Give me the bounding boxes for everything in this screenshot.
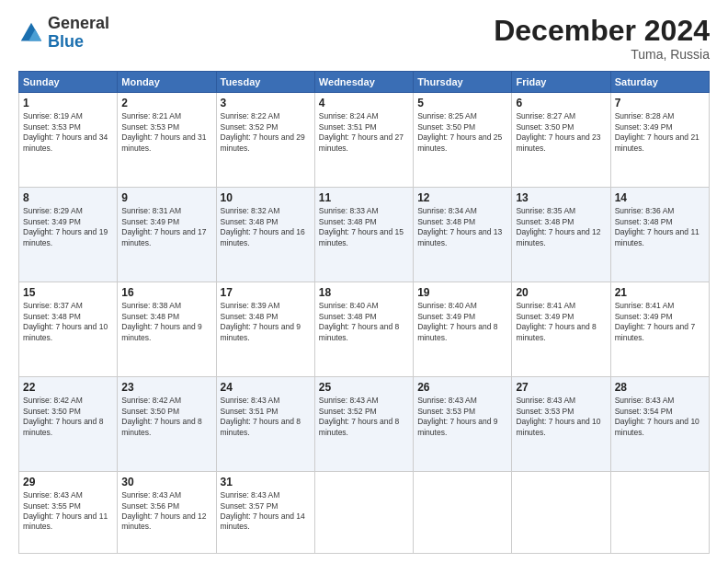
table-row: 26 Sunrise: 8:43 AM Sunset: 3:53 PM Dayl… <box>414 377 512 472</box>
day-number: 13 <box>516 191 606 204</box>
day-info: Sunrise: 8:29 AM Sunset: 3:49 PM Dayligh… <box>23 206 113 248</box>
day-number: 16 <box>121 286 211 299</box>
day-number: 14 <box>615 191 705 204</box>
col-tuesday: Tuesday <box>216 72 314 93</box>
day-info: Sunrise: 8:24 AM Sunset: 3:51 PM Dayligh… <box>319 111 409 154</box>
header-row: Sunday Monday Tuesday Wednesday Thursday… <box>19 72 710 93</box>
table-row: 23 Sunrise: 8:42 AM Sunset: 3:50 PM Dayl… <box>118 377 216 472</box>
day-info: Sunrise: 8:43 AM Sunset: 3:51 PM Dayligh… <box>221 396 311 438</box>
table-row: 20 Sunrise: 8:41 AM Sunset: 3:49 PM Dayl… <box>512 282 610 377</box>
calendar-week: 22 Sunrise: 8:42 AM Sunset: 3:50 PM Dayl… <box>19 377 710 472</box>
table-row: 7 Sunrise: 8:28 AM Sunset: 3:49 PM Dayli… <box>610 93 709 188</box>
table-row: 1 Sunrise: 8:19 AM Sunset: 3:53 PM Dayli… <box>19 93 118 188</box>
header: General Blue December 2024 Tuma, Russia <box>18 15 710 62</box>
day-number: 29 <box>23 476 113 488</box>
col-thursday: Thursday <box>414 72 512 93</box>
col-saturday: Saturday <box>610 72 709 93</box>
day-number: 18 <box>319 286 409 299</box>
empty-cell <box>414 472 512 554</box>
day-info: Sunrise: 8:39 AM Sunset: 3:48 PM Dayligh… <box>221 301 311 343</box>
table-row: 13 Sunrise: 8:35 AM Sunset: 3:48 PM Dayl… <box>512 188 610 282</box>
day-info: Sunrise: 8:34 AM Sunset: 3:48 PM Dayligh… <box>417 206 507 248</box>
calendar-week: 8 Sunrise: 8:29 AM Sunset: 3:49 PM Dayli… <box>19 188 710 282</box>
table-row: 29 Sunrise: 8:43 AM Sunset: 3:55 PM Dayl… <box>19 472 118 554</box>
month-title: December 2024 <box>494 15 710 47</box>
logo-text: General Blue <box>48 15 109 52</box>
day-number: 6 <box>516 97 606 109</box>
table-row: 17 Sunrise: 8:39 AM Sunset: 3:48 PM Dayl… <box>216 282 314 377</box>
day-number: 9 <box>121 191 211 204</box>
col-wednesday: Wednesday <box>314 72 413 93</box>
day-number: 2 <box>121 97 211 109</box>
table-row: 5 Sunrise: 8:25 AM Sunset: 3:50 PM Dayli… <box>414 93 512 188</box>
day-number: 23 <box>121 381 211 394</box>
logo: General Blue <box>18 15 109 52</box>
table-row: 12 Sunrise: 8:34 AM Sunset: 3:48 PM Dayl… <box>414 188 512 282</box>
day-number: 24 <box>221 381 311 394</box>
day-number: 5 <box>417 97 507 109</box>
day-number: 26 <box>417 381 507 394</box>
day-number: 8 <box>23 191 113 204</box>
day-number: 17 <box>221 286 311 299</box>
location: Tuma, Russia <box>494 47 710 62</box>
day-info: Sunrise: 8:35 AM Sunset: 3:48 PM Dayligh… <box>516 206 606 248</box>
day-number: 25 <box>319 381 409 394</box>
title-block: December 2024 Tuma, Russia <box>494 15 710 62</box>
table-row: 4 Sunrise: 8:24 AM Sunset: 3:51 PM Dayli… <box>314 93 413 188</box>
day-info: Sunrise: 8:43 AM Sunset: 3:53 PM Dayligh… <box>417 396 507 438</box>
day-number: 11 <box>319 191 409 204</box>
day-number: 20 <box>516 286 606 299</box>
calendar-week: 15 Sunrise: 8:37 AM Sunset: 3:48 PM Dayl… <box>19 282 710 377</box>
col-monday: Monday <box>118 72 216 93</box>
calendar-week: 1 Sunrise: 8:19 AM Sunset: 3:53 PM Dayli… <box>19 93 710 188</box>
day-info: Sunrise: 8:40 AM Sunset: 3:48 PM Dayligh… <box>319 301 409 343</box>
table-row: 2 Sunrise: 8:21 AM Sunset: 3:53 PM Dayli… <box>118 93 216 188</box>
day-info: Sunrise: 8:27 AM Sunset: 3:50 PM Dayligh… <box>516 111 606 154</box>
day-number: 15 <box>23 286 113 299</box>
day-info: Sunrise: 8:21 AM Sunset: 3:53 PM Dayligh… <box>121 111 211 154</box>
day-info: Sunrise: 8:28 AM Sunset: 3:49 PM Dayligh… <box>615 111 705 154</box>
col-sunday: Sunday <box>19 72 118 93</box>
table-row: 25 Sunrise: 8:43 AM Sunset: 3:52 PM Dayl… <box>314 377 413 472</box>
logo-icon <box>18 20 44 46</box>
day-number: 27 <box>516 381 606 394</box>
day-number: 31 <box>221 476 311 488</box>
day-info: Sunrise: 8:31 AM Sunset: 3:49 PM Dayligh… <box>121 206 211 248</box>
day-info: Sunrise: 8:43 AM Sunset: 3:55 PM Dayligh… <box>23 490 113 533</box>
day-number: 4 <box>319 97 409 109</box>
logo-blue: Blue <box>48 33 109 52</box>
day-info: Sunrise: 8:25 AM Sunset: 3:50 PM Dayligh… <box>417 111 507 154</box>
table-row: 18 Sunrise: 8:40 AM Sunset: 3:48 PM Dayl… <box>314 282 413 377</box>
page: General Blue December 2024 Tuma, Russia … <box>0 0 728 563</box>
day-info: Sunrise: 8:43 AM Sunset: 3:52 PM Dayligh… <box>319 396 409 438</box>
table-row: 11 Sunrise: 8:33 AM Sunset: 3:48 PM Dayl… <box>314 188 413 282</box>
day-number: 21 <box>615 286 705 299</box>
calendar-week: 29 Sunrise: 8:43 AM Sunset: 3:55 PM Dayl… <box>19 472 710 554</box>
day-number: 10 <box>221 191 311 204</box>
table-row: 16 Sunrise: 8:38 AM Sunset: 3:48 PM Dayl… <box>118 282 216 377</box>
empty-cell <box>314 472 413 554</box>
logo-general: General <box>48 15 109 33</box>
day-number: 22 <box>23 381 113 394</box>
table-row: 28 Sunrise: 8:43 AM Sunset: 3:54 PM Dayl… <box>610 377 709 472</box>
day-info: Sunrise: 8:33 AM Sunset: 3:48 PM Dayligh… <box>319 206 409 248</box>
day-number: 30 <box>121 476 211 488</box>
table-row: 10 Sunrise: 8:32 AM Sunset: 3:48 PM Dayl… <box>216 188 314 282</box>
table-row: 3 Sunrise: 8:22 AM Sunset: 3:52 PM Dayli… <box>216 93 314 188</box>
col-friday: Friday <box>512 72 610 93</box>
day-info: Sunrise: 8:41 AM Sunset: 3:49 PM Dayligh… <box>615 301 705 343</box>
table-row: 21 Sunrise: 8:41 AM Sunset: 3:49 PM Dayl… <box>610 282 709 377</box>
table-row: 24 Sunrise: 8:43 AM Sunset: 3:51 PM Dayl… <box>216 377 314 472</box>
table-row: 9 Sunrise: 8:31 AM Sunset: 3:49 PM Dayli… <box>118 188 216 282</box>
day-number: 1 <box>23 97 113 109</box>
day-number: 7 <box>615 97 705 109</box>
day-number: 12 <box>417 191 507 204</box>
day-info: Sunrise: 8:38 AM Sunset: 3:48 PM Dayligh… <box>121 301 211 343</box>
day-info: Sunrise: 8:36 AM Sunset: 3:48 PM Dayligh… <box>615 206 705 248</box>
day-info: Sunrise: 8:43 AM Sunset: 3:57 PM Dayligh… <box>221 490 311 533</box>
empty-cell <box>610 472 709 554</box>
day-info: Sunrise: 8:42 AM Sunset: 3:50 PM Dayligh… <box>121 396 211 438</box>
day-info: Sunrise: 8:40 AM Sunset: 3:49 PM Dayligh… <box>417 301 507 343</box>
table-row: 15 Sunrise: 8:37 AM Sunset: 3:48 PM Dayl… <box>19 282 118 377</box>
table-row: 27 Sunrise: 8:43 AM Sunset: 3:53 PM Dayl… <box>512 377 610 472</box>
